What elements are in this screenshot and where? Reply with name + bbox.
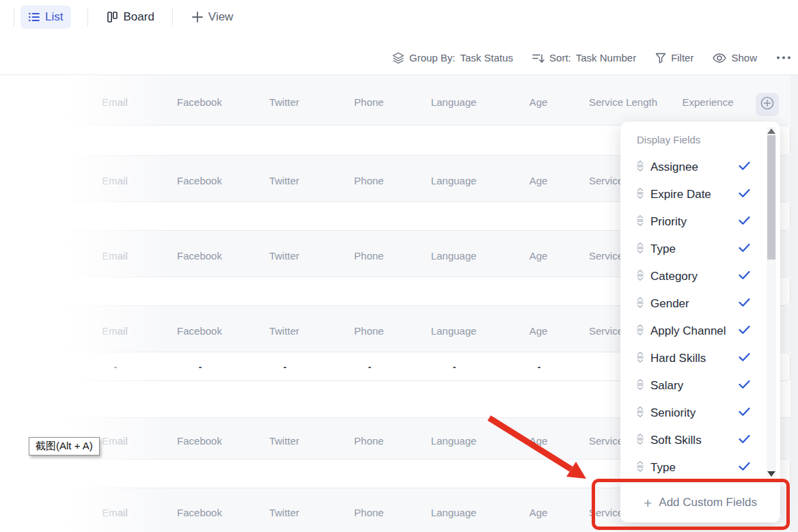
panel-scrollbar[interactable]	[767, 127, 776, 478]
column-header: Age	[496, 325, 581, 337]
add-field-button[interactable]	[756, 93, 779, 116]
field-item[interactable]: Soft Skills	[620, 427, 780, 454]
column-header: Email	[72, 507, 157, 518]
group-by-label: Group By:	[409, 52, 456, 64]
drag-handle-icon[interactable]	[637, 461, 650, 475]
sort-value: Task Number	[576, 52, 636, 64]
more-icon	[776, 56, 791, 59]
drag-handle-icon[interactable]	[637, 352, 650, 366]
check-icon	[739, 242, 750, 256]
tab-list[interactable]: List	[20, 5, 71, 29]
column-header: Age	[496, 435, 581, 447]
field-label: Soft Skills	[650, 434, 702, 447]
column-header: Phone	[327, 175, 411, 186]
field-label: Priority	[650, 215, 687, 229]
drag-handle-icon[interactable]	[637, 297, 650, 311]
scroll-up-arrow-icon[interactable]	[767, 128, 775, 134]
field-list: AssigneeExpire DatePriorityTypeCategoryG…	[620, 154, 780, 481]
list-icon	[29, 12, 40, 22]
drag-handle-icon[interactable]	[637, 242, 650, 257]
filter-control[interactable]: Filter	[655, 52, 693, 64]
add-custom-fields-button[interactable]: + Add Custom Fields	[620, 482, 780, 522]
column-header: Experience	[665, 96, 750, 108]
drag-handle-icon[interactable]	[637, 215, 650, 229]
field-label: Hard Skills	[650, 352, 706, 365]
page-background-strip	[790, 75, 798, 532]
drag-handle-icon[interactable]	[637, 188, 650, 202]
group-by-control[interactable]: Group By: Task Status	[392, 52, 513, 64]
column-header: Email	[72, 325, 157, 337]
check-icon	[739, 406, 750, 420]
column-header: Twitter	[242, 507, 327, 518]
filter-icon	[655, 53, 666, 64]
layers-icon	[392, 52, 404, 64]
column-header: Twitter	[242, 435, 327, 447]
column-header: Age	[496, 96, 581, 108]
show-label: Show	[731, 52, 757, 64]
field-item[interactable]: Type	[620, 236, 780, 263]
check-icon	[739, 379, 750, 393]
check-icon	[739, 434, 750, 447]
field-item[interactable]: Expire Date	[620, 181, 780, 208]
column-header: Age	[496, 507, 581, 518]
field-item[interactable]: Hard Skills	[620, 345, 780, 372]
field-label: Expire Date	[650, 188, 711, 201]
column-header: Phone	[327, 435, 411, 447]
tab-list-label: List	[45, 10, 63, 24]
drag-handle-icon[interactable]	[637, 270, 650, 284]
column-header: Language	[411, 250, 496, 262]
column-header: Email	[72, 96, 157, 108]
check-icon	[739, 461, 750, 475]
field-item[interactable]: Salary	[620, 372, 780, 400]
column-header: Facebook	[157, 435, 242, 447]
field-item[interactable]: Priority	[620, 208, 780, 236]
field-item[interactable]: Category	[620, 263, 780, 290]
tab-divider	[14, 8, 14, 27]
field-item[interactable]: Gender	[620, 290, 780, 318]
column-header: Twitter	[242, 325, 327, 337]
field-item[interactable]: Type	[620, 454, 780, 481]
empty-cell-value: -	[327, 361, 412, 372]
column-header: Email	[72, 175, 157, 186]
field-label: Apply Channel	[650, 324, 726, 338]
drag-handle-icon[interactable]	[637, 160, 650, 175]
empty-cell-value: -	[412, 361, 497, 372]
drag-handle-icon[interactable]	[637, 324, 650, 339]
field-label: Type	[650, 242, 676, 256]
empty-cell-value: -	[497, 361, 581, 372]
scroll-down-arrow-icon[interactable]	[767, 471, 775, 477]
empty-cell-value: -	[73, 361, 158, 372]
board-icon	[107, 12, 118, 23]
column-header: Language	[411, 435, 496, 447]
circled-plus-icon	[760, 96, 774, 113]
check-icon	[739, 324, 750, 338]
column-header: Language	[411, 325, 496, 337]
more-button[interactable]	[776, 56, 791, 59]
tab-board-label: Board	[123, 10, 154, 24]
sort-control[interactable]: Sort: Task Number	[532, 52, 636, 64]
field-label: Seniority	[650, 406, 696, 420]
field-label: Type	[650, 461, 676, 475]
check-icon	[739, 188, 750, 201]
check-icon	[739, 297, 750, 311]
drag-handle-icon[interactable]	[637, 406, 650, 421]
tab-divider	[87, 8, 88, 27]
sort-label: Sort:	[549, 52, 571, 64]
column-header: Language	[411, 96, 496, 108]
field-item[interactable]: Apply Channel	[620, 318, 780, 345]
eye-icon	[713, 53, 726, 63]
tab-add-view[interactable]: View	[192, 10, 234, 24]
tab-board[interactable]: Board	[107, 10, 154, 24]
column-header: Phone	[327, 96, 411, 108]
filter-label: Filter	[671, 52, 693, 64]
check-icon	[739, 160, 750, 174]
show-control[interactable]: Show	[713, 52, 757, 64]
scrollbar-thumb[interactable]	[767, 135, 775, 260]
field-item[interactable]: Assignee	[620, 154, 780, 181]
sort-icon	[532, 53, 545, 64]
column-header: Facebook	[157, 175, 242, 186]
panel-title: Display Fields	[620, 122, 780, 145]
drag-handle-icon[interactable]	[637, 434, 650, 448]
field-item[interactable]: Seniority	[620, 400, 780, 427]
drag-handle-icon[interactable]	[637, 379, 650, 393]
